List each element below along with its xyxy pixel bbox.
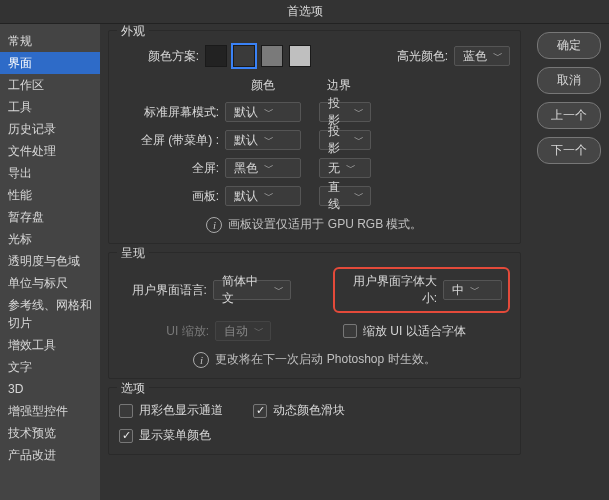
ui-scale-label: UI 缩放: [119,323,209,340]
chevron-down-icon: ﹀ [264,189,274,203]
highlight-color-value: 蓝色 [463,48,487,65]
window-title: 首选项 [287,3,323,20]
sidebar-item[interactable]: 光标 [0,228,100,250]
render-note: 更改将在下一次启动 Photoshop 时生效。 [215,351,435,368]
sidebar-item[interactable]: 工具 [0,96,100,118]
prev-button[interactable]: 上一个 [537,102,601,129]
scale-ui-checkbox[interactable] [343,324,357,338]
color-swatch[interactable] [289,45,311,67]
mode-label: 全屏 (带菜单) : [119,132,219,149]
chevron-down-icon: ﹀ [354,105,364,119]
color-channels-label: 用彩色显示通道 [139,402,223,419]
sidebar-item[interactable]: 导出 [0,162,100,184]
cancel-button[interactable]: 取消 [537,67,601,94]
mode-color-select[interactable]: 默认﹀ [225,186,301,206]
sidebar-item[interactable]: 增效工具 [0,334,100,356]
mode-border-select[interactable]: 无﹀ [319,158,371,178]
info-icon: i [206,217,222,233]
chevron-down-icon: ﹀ [264,105,274,119]
color-scheme-label: 颜色方案: [119,48,199,65]
next-button[interactable]: 下一个 [537,137,601,164]
chevron-down-icon: ﹀ [470,283,480,297]
sidebar-item[interactable]: 3D [0,378,100,400]
ui-language-value: 简体中文 [222,273,268,307]
mode-label: 标准屏幕模式: [119,104,219,121]
group-appearance-title: 外观 [117,24,149,40]
mode-border-select[interactable]: 投影﹀ [319,130,371,150]
sidebar-item[interactable]: 工作区 [0,74,100,96]
sidebar-item[interactable]: 界面 [0,52,100,74]
mode-color-select[interactable]: 默认﹀ [225,130,301,150]
scale-ui-label: 缩放 UI 以适合字体 [363,323,466,340]
ui-language-label: 用户界面语言: [119,282,207,299]
chevron-down-icon: ﹀ [264,133,274,147]
sidebar-item[interactable]: 常规 [0,30,100,52]
sidebar-item[interactable]: 暂存盘 [0,206,100,228]
ui-language-select[interactable]: 简体中文 ﹀ [213,280,291,300]
show-menu-colors-checkbox[interactable]: ✓ [119,429,133,443]
group-options-title: 选项 [117,380,149,397]
ui-font-size-select[interactable]: 中 ﹀ [443,280,502,300]
show-menu-colors-label: 显示菜单颜色 [139,427,211,444]
content-area: 外观 颜色方案: 高光颜色: 蓝色 ﹀ 颜色 边界 标准屏幕模式:默认﹀投影﹀全… [100,24,529,500]
info-icon: i [193,352,209,368]
group-options: 选项 用彩色显示通道 ✓ 动态颜色滑块 ✓ 显示菜单颜色 [108,387,521,455]
chevron-down-icon: ﹀ [346,161,356,175]
mode-color-select[interactable]: 黑色﹀ [225,158,301,178]
sidebar-item[interactable]: 单位与标尺 [0,272,100,294]
sidebar-item[interactable]: 性能 [0,184,100,206]
chevron-down-icon: ﹀ [493,49,503,63]
sidebar-item[interactable]: 文字 [0,356,100,378]
group-render-title: 呈现 [117,245,149,262]
highlight-color-label: 高光颜色: [397,48,448,65]
chevron-down-icon: ﹀ [354,133,364,147]
ok-button[interactable]: 确定 [537,32,601,59]
color-swatch[interactable] [205,45,227,67]
ui-font-size-highlight: 用户界面字体大小: 中 ﹀ [333,267,510,313]
ui-font-size-label: 用户界面字体大小: [341,273,438,307]
column-head-color: 颜色 [219,77,307,94]
column-head-border: 边界 [307,77,371,94]
group-appearance: 外观 颜色方案: 高光颜色: 蓝色 ﹀ 颜色 边界 标准屏幕模式:默认﹀投影﹀全… [108,30,521,244]
chevron-down-icon: ﹀ [254,324,264,338]
appearance-note: 画板设置仅适用于 GPU RGB 模式。 [228,216,422,233]
mode-border-select[interactable]: 直线﹀ [319,186,371,206]
sidebar: 常规界面工作区工具历史记录文件处理导出性能暂存盘光标透明度与色域单位与标尺参考线… [0,24,100,500]
group-render: 呈现 用户界面语言: 简体中文 ﹀ 用户界面字体大小: 中 ﹀ UI 缩放: [108,252,521,379]
sidebar-item[interactable]: 产品改进 [0,444,100,466]
color-swatch[interactable] [233,45,255,67]
chevron-down-icon: ﹀ [264,161,274,175]
ui-scale-select: 自动 ﹀ [215,321,271,341]
sidebar-item[interactable]: 技术预览 [0,422,100,444]
sidebar-item[interactable]: 透明度与色域 [0,250,100,272]
dynamic-sliders-label: 动态颜色滑块 [273,402,345,419]
mode-color-select[interactable]: 默认﹀ [225,102,301,122]
color-swatch[interactable] [261,45,283,67]
mode-label: 画板: [119,188,219,205]
dynamic-sliders-checkbox[interactable]: ✓ [253,404,267,418]
color-scheme-swatches [205,45,311,67]
chevron-down-icon: ﹀ [274,283,284,297]
chevron-down-icon: ﹀ [354,189,364,203]
mode-label: 全屏: [119,160,219,177]
mode-border-select[interactable]: 投影﹀ [319,102,371,122]
sidebar-item[interactable]: 参考线、网格和切片 [0,294,100,334]
highlight-color-select[interactable]: 蓝色 ﹀ [454,46,510,66]
ui-scale-value: 自动 [224,323,248,340]
titlebar: 首选项 [0,0,609,24]
sidebar-item[interactable]: 增强型控件 [0,400,100,422]
ui-font-size-value: 中 [452,282,464,299]
sidebar-item[interactable]: 历史记录 [0,118,100,140]
dialog-buttons: 确定 取消 上一个 下一个 [529,24,609,500]
sidebar-item[interactable]: 文件处理 [0,140,100,162]
color-channels-checkbox[interactable] [119,404,133,418]
